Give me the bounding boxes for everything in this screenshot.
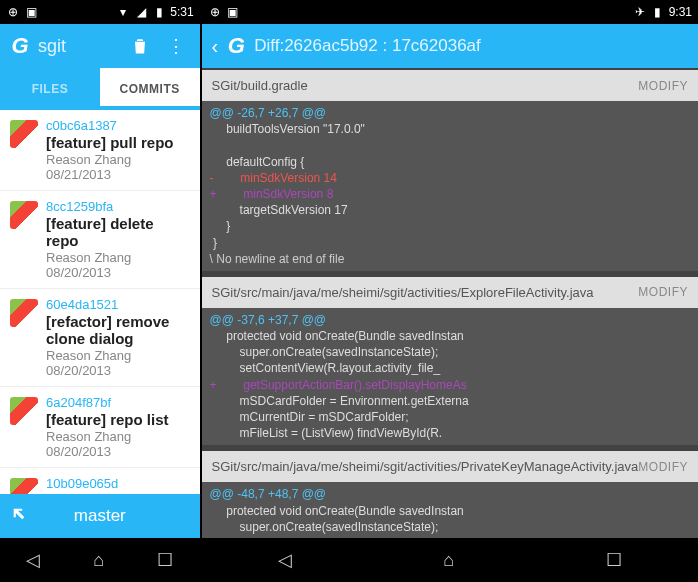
app-logo-icon[interactable]: G — [222, 33, 250, 59]
avatar — [10, 201, 38, 229]
avatar — [10, 397, 38, 425]
commit-hash: 8cc1259bfa — [46, 199, 190, 214]
android-icon: ▣ — [24, 5, 38, 19]
home-button[interactable]: ⌂ — [443, 550, 454, 571]
commit-hash: 60e4da1521 — [46, 297, 190, 312]
commit-row[interactable]: 6a204f87bf[feature] repo listReason Zhan… — [0, 387, 200, 468]
commit-message: [feature] pull repo — [46, 134, 190, 151]
commit-meta: Reason Zhang 08/20/2013 — [46, 429, 190, 459]
nav-bar: ◁ ⌂ ☐ — [0, 538, 200, 582]
file-section: SGit/build.gradleMODIFY@@ -26,7 +26,7 @@… — [202, 70, 698, 271]
commit-hash: 10b09e065d — [46, 476, 190, 491]
branch-label: master — [74, 506, 126, 526]
status-bar: ⊕ ▣ ✈ ▮ 9:31 — [202, 0, 698, 24]
commit-row[interactable]: 60e4da1521[refactor] remove clone dialog… — [0, 289, 200, 387]
delete-button[interactable] — [122, 28, 158, 64]
commit-meta: Reason Zhang 08/21/2013 — [46, 152, 190, 182]
commit-hash: c0bc6a1387 — [46, 118, 190, 133]
app-logo-icon[interactable]: G — [6, 33, 34, 59]
commit-message: [feature] delete repo — [46, 215, 190, 249]
airplane-icon: ✈ — [633, 5, 647, 19]
back-button[interactable]: ◁ — [278, 549, 292, 571]
back-chevron-icon[interactable]: ‹ — [208, 35, 223, 58]
app-bar: G sgit ⋮ — [0, 24, 200, 68]
diff-code: @@ -37,6 +37,7 @@ protected void onCreat… — [202, 308, 698, 446]
android-icon: ▣ — [226, 5, 240, 19]
file-path: SGit/src/main/java/me/sheimi/sgit/activi… — [212, 285, 594, 300]
avatar — [10, 120, 38, 148]
commit-row[interactable]: c0bc6a1387[feature] pull repoReason Zhan… — [0, 110, 200, 191]
more-vert-icon: ⋮ — [167, 35, 185, 57]
modify-badge: MODIFY — [638, 79, 688, 93]
branch-footer[interactable]: master — [0, 494, 200, 538]
notification-icon: ⊕ — [208, 5, 222, 19]
avatar — [10, 299, 38, 327]
tab-files[interactable]: FILES — [0, 68, 100, 110]
status-time: 5:31 — [170, 5, 193, 19]
battery-icon: ▮ — [152, 5, 166, 19]
avatar — [10, 478, 38, 494]
battery-icon: ▮ — [651, 5, 665, 19]
status-time: 9:31 — [669, 5, 692, 19]
diff-code: @@ -26,7 +26,7 @@ buildToolsVersion "17.… — [202, 101, 698, 271]
file-path: SGit/build.gradle — [212, 78, 308, 93]
recent-button[interactable]: ☐ — [157, 549, 173, 571]
location-icon — [10, 505, 28, 528]
notification-icon: ⊕ — [6, 5, 20, 19]
file-header[interactable]: SGit/build.gradleMODIFY — [202, 70, 698, 101]
tab-bar: FILES COMMITS — [0, 68, 200, 110]
app-bar: ‹ G Diff:2626ac5b92 : 17c62036af — [202, 24, 698, 68]
file-header[interactable]: SGit/src/main/java/me/sheimi/sgit/activi… — [202, 277, 698, 308]
modify-badge: MODIFY — [638, 460, 688, 474]
commit-meta: Reason Zhang 08/20/2013 — [46, 250, 190, 280]
diff-list[interactable]: SGit/build.gradleMODIFY@@ -26,7 +26,7 @@… — [202, 68, 698, 538]
diff-title: Diff:2626ac5b92 : 17c62036af — [250, 36, 692, 56]
commit-message: [feature] repo list — [46, 411, 190, 428]
trash-icon — [130, 36, 150, 56]
home-button[interactable]: ⌂ — [93, 550, 104, 571]
commit-meta: Reason Zhang 08/20/2013 — [46, 348, 190, 378]
overflow-button[interactable]: ⋮ — [158, 28, 194, 64]
diff-code: @@ -48,7 +48,7 @@ protected void onCreat… — [202, 482, 698, 538]
commit-row[interactable]: 8cc1259bfa[feature] delete repoReason Zh… — [0, 191, 200, 289]
file-section: SGit/src/main/java/me/sheimi/sgit/activi… — [202, 451, 698, 538]
commit-message: [refactor] remove clone dialog — [46, 313, 190, 347]
file-path: SGit/src/main/java/me/sheimi/sgit/activi… — [212, 459, 639, 474]
back-button[interactable]: ◁ — [26, 549, 40, 571]
modify-badge: MODIFY — [638, 285, 688, 299]
commit-list[interactable]: c0bc6a1387[feature] pull repoReason Zhan… — [0, 110, 200, 494]
tab-commits[interactable]: COMMITS — [100, 68, 200, 110]
status-bar: ⊕ ▣ ▾ ◢ ▮ 5:31 — [0, 0, 200, 24]
commit-row[interactable]: 10b09e065d[feature] repo listReason Zhan… — [0, 468, 200, 494]
app-title: sgit — [34, 36, 122, 57]
signal-icon: ◢ — [134, 5, 148, 19]
commit-hash: 6a204f87bf — [46, 395, 190, 410]
recent-button[interactable]: ☐ — [606, 549, 622, 571]
wifi-icon: ▾ — [116, 5, 130, 19]
file-section: SGit/src/main/java/me/sheimi/sgit/activi… — [202, 277, 698, 446]
file-header[interactable]: SGit/src/main/java/me/sheimi/sgit/activi… — [202, 451, 698, 482]
left-screen: ⊕ ▣ ▾ ◢ ▮ 5:31 G sgit ⋮ FILES COMMITS c0… — [0, 0, 200, 582]
nav-bar: ◁ ⌂ ☐ — [202, 538, 698, 582]
right-screen: ⊕ ▣ ✈ ▮ 9:31 ‹ G Diff:2626ac5b92 : 17c62… — [200, 0, 698, 582]
